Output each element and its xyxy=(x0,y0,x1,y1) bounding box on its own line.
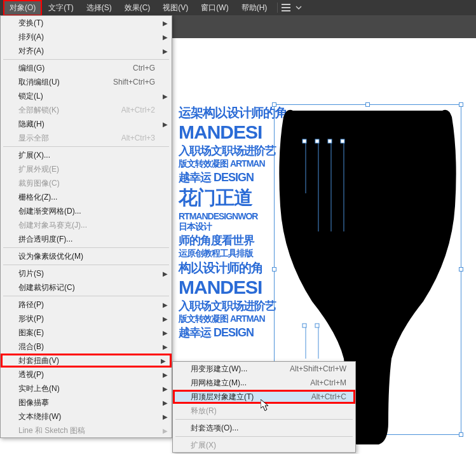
menu-label: 裁剪图像(C) xyxy=(18,178,167,189)
art-line: 师的角度看世界 xyxy=(179,233,287,248)
menu-label: 创建对象马赛克(J)... xyxy=(18,220,167,231)
menu-item[interactable]: 栅格化(Z)... xyxy=(1,190,172,204)
menu-item: 扩展(X) xyxy=(173,438,355,452)
menu-help[interactable]: 帮助(H) xyxy=(235,0,274,16)
menu-item[interactable]: 路径(P)▶ xyxy=(1,298,172,312)
svg-rect-9 xyxy=(328,139,332,143)
chevron-right-icon: ▶ xyxy=(163,315,168,322)
menu-label: 显示全部 xyxy=(18,133,121,144)
menu-item[interactable]: 创建裁切标记(C) xyxy=(1,280,172,294)
menu-item: 创建对象马赛克(J)... xyxy=(1,218,172,232)
menu-item: 裁剪图像(C) xyxy=(1,176,172,190)
svg-rect-10 xyxy=(341,139,344,143)
shortcut: Alt+Ctrl+2 xyxy=(121,106,155,114)
chevron-right-icon: ▶ xyxy=(163,371,168,378)
menu-label: 编组(G) xyxy=(18,63,133,74)
toolbar-icons xyxy=(282,4,302,11)
menu-label: 封套选项(O)... xyxy=(191,423,350,434)
menu-object[interactable]: 对象(O) xyxy=(3,0,42,16)
menu-item[interactable]: 扩展(X)... xyxy=(1,148,172,162)
menu-item[interactable]: 拼合透明度(F)... xyxy=(1,232,172,246)
chevron-right-icon: ▶ xyxy=(163,427,168,434)
menu-effect[interactable]: 效果(C) xyxy=(118,0,157,16)
menu-item[interactable]: 设为像素级优化(M) xyxy=(1,249,172,263)
menu-label: 混合(B) xyxy=(18,341,167,352)
chevron-right-icon: ▶ xyxy=(161,357,166,364)
menu-label: 用网格建立(M)... xyxy=(191,378,310,389)
art-line: MANDESI xyxy=(179,277,287,298)
menu-item: 全部解锁(K)Alt+Ctrl+2 xyxy=(1,103,172,117)
art-line: 花门正道 xyxy=(179,185,287,211)
menu-item[interactable]: 实时上色(N)▶ xyxy=(1,382,172,396)
chevron-right-icon: ▶ xyxy=(163,413,168,420)
menu-item[interactable]: 取消编组(U)Shift+Ctrl+G xyxy=(1,75,172,89)
art-line: 入职场文职场进阶艺 xyxy=(179,298,287,313)
menu-label: 扩展(X)... xyxy=(18,150,167,161)
chevron-right-icon: ▶ xyxy=(163,48,168,55)
menu-item: 显示全部Alt+Ctrl+3 xyxy=(1,131,172,145)
menu-item[interactable]: 封套选项(O)... xyxy=(173,421,355,435)
menu-item[interactable]: 图像描摹▶ xyxy=(1,396,172,409)
options-bar xyxy=(172,15,476,38)
menu-label: 透视(P) xyxy=(18,369,167,380)
art-line: 运原创教程工具排版 xyxy=(179,248,287,259)
shortcut: Alt+Ctrl+M xyxy=(310,378,346,387)
art-line: 版文转效凝图 ARTMAN xyxy=(179,313,287,325)
svg-rect-14 xyxy=(315,324,319,327)
menu-type[interactable]: 文字(T) xyxy=(42,0,79,16)
menu-item[interactable]: 文本绕排(W)▶ xyxy=(1,409,172,423)
menu-label: 切片(S) xyxy=(18,268,167,279)
menu-label: 创建裁切标记(C) xyxy=(18,282,167,293)
menu-item[interactable]: 变换(T)▶ xyxy=(1,16,172,30)
shortcut: Shift+Ctrl+G xyxy=(113,78,155,86)
menu-label: 隐藏(H) xyxy=(18,119,167,130)
menubar: 对象(O) 文字(T) 选择(S) 效果(C) 视图(V) 窗口(W) 帮助(H… xyxy=(0,0,476,15)
art-line: 入职场文职场进阶艺 xyxy=(179,143,287,158)
menu-label: 锁定(L) xyxy=(18,91,167,102)
menu-item[interactable]: 锁定(L)▶ xyxy=(1,89,172,103)
menu-label: 用顶层对象建立(T) xyxy=(191,392,311,402)
chevron-right-icon: ▶ xyxy=(163,20,168,27)
menu-item[interactable]: 创建渐变网格(D)... xyxy=(1,204,172,218)
menu-item[interactable]: 隐藏(H)▶ xyxy=(1,117,172,131)
menu-item[interactable]: 图案(E)▶ xyxy=(1,326,172,340)
menu-window[interactable]: 窗口(W) xyxy=(194,0,235,16)
menu-select[interactable]: 选择(S) xyxy=(80,0,118,16)
svg-rect-13 xyxy=(303,324,306,327)
menu-item[interactable]: 用变形建立(W)...Alt+Shift+Ctrl+W xyxy=(173,362,355,376)
menu-item[interactable]: 排列(A)▶ xyxy=(1,30,172,44)
chevron-right-icon: ▶ xyxy=(163,270,168,277)
menu-item[interactable]: 用网格建立(M)...Alt+Ctrl+M xyxy=(173,376,355,390)
menu-label: 排列(A) xyxy=(18,32,167,43)
menu-label: 封套扭曲(V) xyxy=(18,355,167,366)
chevron-right-icon: ▶ xyxy=(163,329,168,336)
menu-item[interactable]: 形状(P)▶ xyxy=(1,312,172,326)
menu-label: 创建渐变网格(D)... xyxy=(18,206,167,217)
chevron-right-icon: ▶ xyxy=(163,34,168,41)
menu-item[interactable]: 混合(B)▶ xyxy=(1,340,172,354)
menu-label: 扩展(X) xyxy=(191,440,350,451)
chevron-right-icon: ▶ xyxy=(163,121,168,128)
svg-rect-0 xyxy=(282,4,290,5)
menu-label: 用变形建立(W)... xyxy=(191,364,290,375)
art-line: 构以设计师的角 xyxy=(179,259,287,277)
menu-item[interactable]: 透视(P)▶ xyxy=(1,368,172,382)
menu-item[interactable]: 封套扭曲(V)▶ xyxy=(1,354,172,368)
cursor-icon xyxy=(261,399,271,412)
menu-label: 实时上色(N) xyxy=(18,383,167,394)
menu-label: 全部解锁(K) xyxy=(18,105,121,116)
menu-label: 栅格化(Z)... xyxy=(18,192,167,203)
menu-item[interactable]: 编组(G)Ctrl+G xyxy=(1,61,172,75)
menu-item[interactable]: 对齐(A)▶ xyxy=(1,44,172,58)
bars-icon[interactable] xyxy=(282,4,290,11)
chevron-down-icon[interactable] xyxy=(296,4,302,11)
svg-rect-2 xyxy=(282,10,290,11)
chevron-right-icon: ▶ xyxy=(163,93,168,100)
menu-label: 对齐(A) xyxy=(18,46,167,57)
menu-item[interactable]: 切片(S)▶ xyxy=(1,266,172,280)
art-line: 运架构以设计师的角 xyxy=(179,104,287,121)
menu-item: Line 和 Sketch 图稿▶ xyxy=(1,423,172,437)
shortcut: Alt+Shift+Ctrl+W xyxy=(290,364,346,373)
menu-view[interactable]: 视图(V) xyxy=(156,0,194,16)
art-line: 越幸运 DESIGN xyxy=(179,325,287,340)
